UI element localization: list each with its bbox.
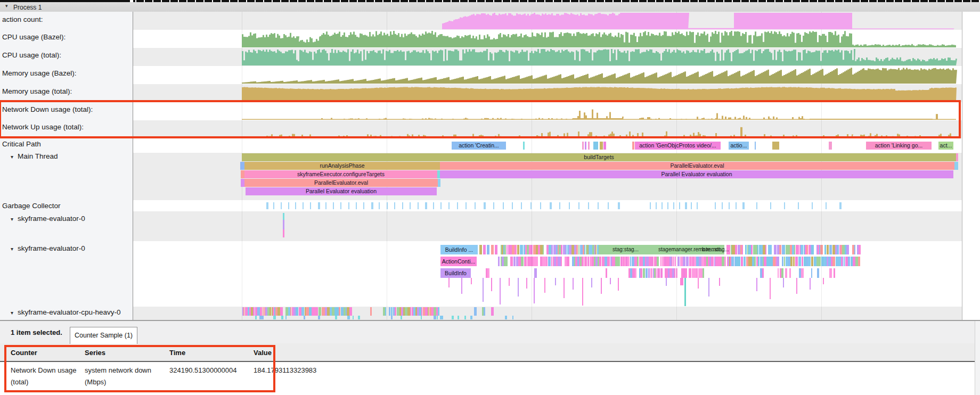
slice-tick[interactable]	[954, 162, 958, 170]
right-gutter	[962, 12, 980, 320]
cell-time: 324190.51300000004	[169, 365, 237, 376]
track-label: skyframe-evaluator-cpu-heavy-0	[18, 308, 121, 316]
counter-chart-cpu-bazel[interactable]	[242, 31, 956, 47]
sidebar-item-cpu-usage-bazel: CPU usage (Bazel):	[2, 33, 66, 41]
col-header-value[interactable]: Value	[254, 349, 272, 357]
slice-action-genobjcprotos-video[interactable]: action 'GenObjcProtos video/...	[635, 142, 721, 150]
counter-chart-mem-bazel[interactable]	[242, 68, 957, 84]
sidebar-item-skyframe-evaluator-0[interactable]: ▾skyframe-evaluator-0	[11, 215, 85, 223]
slice-actionconti[interactable]: ActionConti...	[440, 257, 477, 266]
sidebar-item-skyframe-evaluator-0[interactable]: ▾skyframe-evaluator-0	[11, 244, 85, 252]
slice-actio[interactable]: actio...	[729, 142, 749, 150]
track-label: Memory usage (total):	[2, 87, 72, 95]
slice-action-creatin[interactable]: action 'Creatin...	[452, 142, 506, 150]
slice-tick[interactable]	[585, 142, 586, 150]
slice-tick[interactable]	[241, 179, 244, 187]
col-header-series[interactable]: Series	[85, 349, 105, 357]
details-panel: 1 item selected. Counter Sample (1) Coun…	[0, 320, 980, 395]
cell-value: 184.1793113323983	[254, 365, 316, 376]
slice-buildinfo[interactable]: BuildInfo	[440, 268, 471, 278]
slice-tick[interactable]	[588, 142, 590, 150]
table-header-row: Counter Series Time Value	[0, 343, 975, 362]
counter-chart-cpu-total[interactable]	[242, 49, 957, 65]
counter-spike[interactable]	[740, 127, 742, 138]
track-label: action count:	[2, 15, 43, 23]
slice-skyframeexecutor-configuretargets[interactable]: skyframeExecutor.configureTargets	[244, 170, 437, 178]
cell-counter: Network Down usage (total)	[11, 365, 80, 388]
slice-tick[interactable]	[829, 142, 832, 150]
collapse-icon[interactable]: ▾	[11, 154, 13, 160]
slice-tick[interactable]	[491, 245, 494, 254]
evaluator-green-label: stag:stag...	[612, 246, 639, 252]
slice-tick[interactable]	[438, 179, 440, 187]
slice-runanalysisphase[interactable]: runAnalysisPhase	[244, 162, 440, 170]
slice-tick[interactable]	[956, 153, 958, 161]
slice-parallel-evaluator-evaluation[interactable]: Parallel Evaluator evaluation	[440, 170, 953, 178]
sidebar-item-action-count: action count:	[2, 15, 43, 23]
slice-tick[interactable]	[772, 142, 779, 150]
slice-buildtargets[interactable]: buildTargets	[242, 153, 956, 161]
collapse-icon[interactable]: ▾	[11, 246, 13, 252]
slice-tick[interactable]	[483, 245, 486, 254]
track-label: skyframe-evaluator-0	[18, 244, 85, 252]
slice-tick[interactable]	[523, 142, 525, 150]
tab-label: Counter Sample (1)	[75, 332, 133, 339]
counter-chart-net-down[interactable]	[242, 110, 956, 120]
track-label: Garbage Collector	[2, 202, 61, 210]
slice-tick[interactable]	[593, 142, 598, 150]
track-label: Critical Path	[2, 140, 41, 148]
collapse-icon[interactable]: ▾	[11, 216, 13, 222]
counter-chart-net-up[interactable]	[242, 131, 954, 138]
track-label: CPU usage (Bazel):	[2, 33, 66, 41]
table-row[interactable]: Network Down usage (total) system networ…	[0, 362, 975, 395]
tab-counter-sample[interactable]: Counter Sample (1)	[70, 327, 137, 344]
col-header-counter[interactable]: Counter	[11, 349, 37, 357]
cell-series: system network down (Mbps)	[85, 365, 165, 388]
track-label: Network Up usage (total):	[2, 123, 84, 131]
counter-spike[interactable]	[743, 116, 745, 120]
track-label: Main Thread	[18, 152, 58, 160]
sidebar-item-skyframe-evaluator-cpu-heavy-0[interactable]: ▾skyframe-evaluator-cpu-heavy-0	[11, 308, 121, 316]
counter-spike[interactable]	[936, 114, 938, 120]
counter-chart-action-count[interactable]	[442, 13, 954, 29]
collapse-icon[interactable]: ▾	[5, 3, 8, 9]
sidebar-item-garbage-collector: Garbage Collector	[2, 202, 61, 210]
track-label: skyframe-evaluator-0	[18, 215, 85, 223]
col-header-time[interactable]: Time	[169, 349, 185, 357]
slice-tick[interactable]	[240, 162, 244, 170]
track-label: CPU usage (total):	[2, 51, 61, 59]
slice-parallel-evaluator-evaluation[interactable]: Parallel Evaluator evaluation	[246, 187, 437, 195]
sidebar-item-network-down-usage-total: Network Down usage (total):	[2, 105, 93, 113]
slice-tick[interactable]	[495, 245, 497, 254]
slice-tick[interactable]	[487, 245, 489, 254]
slice-parallelevaluator-eval[interactable]: ParallelEvaluator.eval	[440, 162, 954, 170]
slice-tick[interactable]	[582, 142, 584, 150]
slice-buildinfo[interactable]: BuildInfo ...	[440, 245, 478, 254]
trace-viewer: ▾ Process 1 action 'Creatin...action 'Ge…	[0, 0, 980, 395]
sidebar-item-network-up-usage-total: Network Up usage (total):	[2, 123, 84, 131]
counter-spike[interactable]	[802, 116, 803, 120]
sidebar-item-critical-path: Critical Path	[2, 140, 41, 148]
slice-tick[interactable]	[479, 245, 482, 254]
panel-scroll-strip[interactable]	[975, 321, 980, 395]
track-label: Network Down usage (total):	[2, 105, 93, 113]
slice-tick[interactable]	[600, 142, 603, 150]
slice-tick[interactable]	[241, 170, 244, 178]
process-header[interactable]: ▾ Process 1	[0, 2, 980, 12]
counter-chart-mem-total[interactable]	[242, 87, 957, 102]
collapse-icon[interactable]: ▾	[11, 310, 13, 316]
sidebar-item-main-thread[interactable]: ▾Main Thread	[11, 152, 58, 160]
slice-act[interactable]: act...	[938, 142, 953, 150]
slice-tick[interactable]	[603, 142, 606, 150]
slice-action-linking-go[interactable]: action 'Linking go...	[866, 142, 932, 150]
sidebar-item-memory-usage-bazel: Memory usage (Bazel):	[2, 69, 77, 77]
counter-spike[interactable]	[716, 113, 718, 120]
slice-tick[interactable]	[632, 142, 634, 150]
slice-tick[interactable]	[755, 142, 756, 150]
evaluator-green-label: b.remot...	[702, 246, 724, 252]
track-label: Memory usage (Bazel):	[2, 69, 77, 77]
slice-parallelevaluator-eval[interactable]: ParallelEvaluator.eval	[244, 179, 438, 187]
track-name-sidebar: action count:CPU usage (Bazel):CPU usage…	[0, 12, 133, 320]
selection-status: 1 item selected.	[11, 328, 62, 336]
sidebar-item-cpu-usage-total: CPU usage (total):	[2, 51, 61, 59]
